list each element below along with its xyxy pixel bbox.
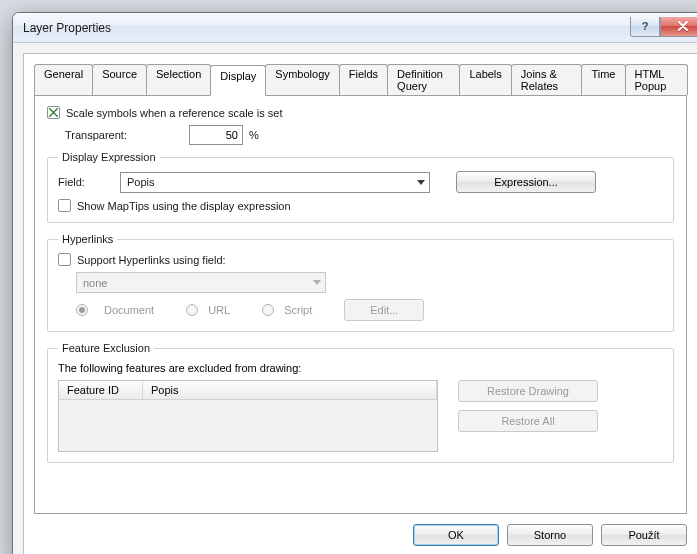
close-button[interactable] [660,17,697,37]
tab-source[interactable]: Source [92,64,147,95]
ok-button[interactable]: OK [413,524,499,546]
feature-exclusion-legend: Feature Exclusion [58,342,154,354]
svg-text:?: ? [642,20,649,32]
display-expression-legend: Display Expression [58,151,160,163]
tab-display[interactable]: Display [210,65,266,96]
tab-fields[interactable]: Fields [339,64,388,95]
tab-time[interactable]: Time [581,64,625,95]
exclusion-caption: The following features are excluded from… [58,362,663,374]
col-popis[interactable]: Popis [143,381,437,399]
scale-symbols-label: Scale symbols when a reference scale is … [66,107,282,119]
radio-document [76,304,88,316]
hyperlink-field-combo: none [76,272,326,293]
field-label: Field: [58,176,114,188]
apply-button[interactable]: Použít [601,524,687,546]
tab-strip: General Source Selection Display Symbolo… [34,64,687,95]
maptips-checkbox[interactable] [58,199,71,212]
tab-labels[interactable]: Labels [459,64,511,95]
client-area: General Source Selection Display Symbolo… [23,53,697,554]
hyperlink-field-value: none [83,277,107,289]
transparent-label: Transparent: [65,129,183,141]
tab-joins-relates[interactable]: Joins & Relates [511,64,583,95]
radio-script-label: Script [284,304,312,316]
exclusion-table-header: Feature ID Popis [59,381,437,400]
col-feature-id[interactable]: Feature ID [59,381,143,399]
expression-button[interactable]: Expression... [456,171,596,193]
edit-script-button: Edit... [344,299,424,321]
help-button[interactable]: ? [630,17,660,37]
radio-script [262,304,274,316]
window-buttons: ? [630,19,697,37]
dialog-footer: OK Storno Použít [34,514,687,546]
support-hyperlinks-label: Support Hyperlinks using field: [77,254,226,266]
maptips-label: Show MapTips using the display expressio… [77,200,291,212]
field-combo[interactable]: Popis [120,172,430,193]
transparent-input[interactable] [189,125,243,145]
feature-exclusion-group: Feature Exclusion The following features… [47,342,674,463]
restore-drawing-button: Restore Drawing [458,380,598,402]
radio-url [186,304,198,316]
transparent-percent: % [249,129,259,141]
tab-general[interactable]: General [34,64,93,95]
scale-symbols-checkbox[interactable] [47,106,60,119]
tab-symbology[interactable]: Symbology [265,64,339,95]
cancel-button[interactable]: Storno [507,524,593,546]
exclusion-table[interactable]: Feature ID Popis [58,380,438,452]
tab-definition-query[interactable]: Definition Query [387,64,460,95]
chevron-down-icon [417,180,425,185]
tab-selection[interactable]: Selection [146,64,211,95]
hyperlinks-group: Hyperlinks Support Hyperlinks using fiel… [47,233,674,332]
window-title: Layer Properties [23,21,630,35]
radio-document-label: Document [104,304,154,316]
titlebar[interactable]: Layer Properties ? [13,13,697,43]
chevron-down-icon [313,280,321,285]
display-expression-group: Display Expression Field: Popis Expressi… [47,151,674,223]
radio-url-label: URL [208,304,230,316]
support-hyperlinks-checkbox[interactable] [58,253,71,266]
field-combo-value: Popis [127,176,155,188]
restore-all-button: Restore All [458,410,598,432]
layer-properties-dialog: Layer Properties ? General Source Select… [12,12,697,554]
tab-html-popup[interactable]: HTML Popup [625,64,689,95]
display-tab-panel: Scale symbols when a reference scale is … [34,95,687,514]
hyperlinks-legend: Hyperlinks [58,233,117,245]
